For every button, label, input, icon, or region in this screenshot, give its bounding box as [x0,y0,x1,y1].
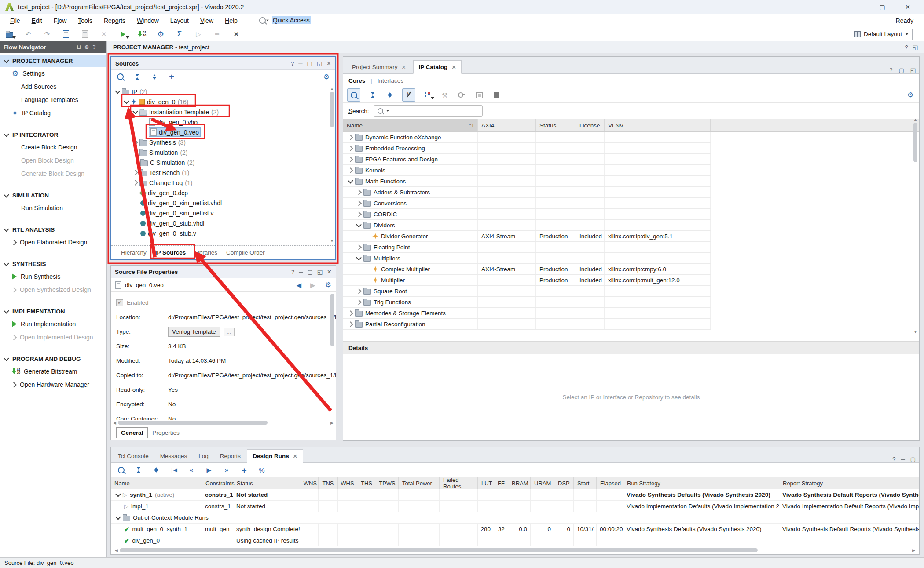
type-combo[interactable]: Verilog Template [168,327,220,337]
sidebar-section-header[interactable]: SIMULATION [0,189,106,201]
sidebar-item-open-implemented-design[interactable]: Open Implemented Design [0,331,106,344]
gear-icon[interactable]: ⚙ [325,281,331,288]
ip-row-floating-point[interactable]: Floating Point [343,242,919,253]
search-button[interactable] [115,72,125,82]
next-run-button[interactable]: » [222,465,231,475]
search-button[interactable] [347,88,360,102]
close-icon[interactable]: ✕ [327,269,332,275]
float-icon[interactable]: ◱ [913,44,918,51]
column-header-license[interactable]: License [576,119,605,131]
scrollbar-vertical[interactable] [330,293,335,419]
close-icon[interactable]: ✕ [451,64,456,70]
column-header-ths[interactable]: THS [357,477,376,489]
maximize-icon[interactable]: ▢ [898,67,904,73]
menu-tools[interactable]: Tools [72,15,98,26]
scroll-down-icon[interactable]: ▼ [913,329,918,335]
scroll-left-icon[interactable]: ◀ [114,547,119,553]
scroll-up-icon[interactable]: ▲ [913,117,918,122]
menu-view[interactable]: View [194,15,219,26]
tree-item-div-gen-0-sim-netlist-v[interactable]: div_gen_0_sim_netlist.v [111,208,335,218]
tab-compile-order[interactable]: Compile Order [222,248,269,258]
scroll-right-icon[interactable]: ▶ [911,547,917,553]
customize-button[interactable]: ⚒ [440,90,450,100]
sidebar-item-create-block-design[interactable]: Create Block Design [0,141,106,154]
tree-item-change-log[interactable]: Change Log(1) [111,178,335,188]
ip-row-cordic[interactable]: CORDIC [343,209,919,220]
help-icon[interactable]: ? [905,44,908,51]
sidebar-item-run-implementation[interactable]: Run Implementation [0,317,106,331]
column-header-lut[interactable]: LUT [478,477,494,489]
percent-button[interactable]: % [257,465,267,475]
open-project-button[interactable] [4,29,14,39]
column-header-name[interactable]: Name^1 [343,119,478,131]
scrollbar-horizontal[interactable]: ◀ ▶ [112,420,335,426]
run-row-mult-gen-0-synth-1[interactable]: ✔mult_gen_0_synth_1mult_gen_0synth_desig… [111,524,919,535]
minimize-icon[interactable]: ─ [298,60,302,67]
group-by-button[interactable] [423,90,433,100]
enabled-checkbox[interactable]: ✔ [116,299,123,306]
delete-button[interactable]: ✕ [99,29,109,39]
tab-hierarchy[interactable]: Hierarchy [117,248,151,258]
column-header-name[interactable]: Name [111,477,202,489]
float-icon[interactable]: ◱ [317,60,322,67]
column-header-tns[interactable]: TNS [319,477,338,489]
maximize-icon[interactable]: ▢ [308,269,313,275]
ip-search-input[interactable] [374,105,483,117]
sidebar-item-generate-block-design[interactable]: Generate Block Design [0,167,106,180]
scrollbar-vertical[interactable]: ▲ ▼ [913,117,918,335]
settings-button[interactable]: ⚙ [322,72,331,82]
float-icon[interactable]: ◱ [317,269,323,275]
ip-row-dividers[interactable]: Dividers [343,220,919,231]
scroll-up-icon[interactable]: ▲ [329,86,335,91]
menu-window[interactable]: Window [131,15,165,26]
column-header-total-power[interactable]: Total Power [399,477,440,489]
settings-button[interactable]: ⚙ [906,90,915,100]
ip-row-adders-subtracters[interactable]: Adders & Subtracters [343,187,919,198]
cancel-button[interactable]: ✕ [231,29,241,39]
ip-row-multipliers[interactable]: Multipliers [343,253,919,264]
help-icon[interactable]: ? [92,44,95,50]
run-row-out-of-context-module-runs[interactable]: Out-of-Context Module Runs [111,512,919,524]
tree-item-ip[interactable]: IP(2) [111,87,335,97]
back-icon[interactable]: ◀ [297,282,302,288]
minimize-icon[interactable]: ─ [99,44,103,50]
undo-button[interactable]: ↶ [23,29,33,39]
sidebar-section-header[interactable]: IP INTEGRATOR [0,128,106,141]
column-header-status[interactable]: Status [233,477,302,489]
tree-item-simulation[interactable]: Simulation(2) [111,147,335,157]
layout-select[interactable]: Default Layout [851,29,913,40]
settings-button[interactable]: ⚙ [156,29,165,39]
redo-button[interactable]: ↷ [42,29,52,39]
sidebar-section-header[interactable]: SYNTHESIS [0,258,106,270]
column-header-dsp[interactable]: DSP [554,477,574,489]
ip-row-memories-storage-elements[interactable]: Memories & Storage Elements [343,308,919,319]
run-row-synth-1[interactable]: ▷synth_1(active)constrs_1Not startedViva… [111,489,919,501]
scroll-right-icon[interactable]: ▶ [329,420,335,426]
help-icon[interactable]: ? [291,60,294,67]
column-header-run-strategy[interactable]: Run Strategy [623,477,779,489]
ip-row-partial-reconfiguration[interactable]: Partial Reconfiguration [343,319,919,330]
tab-ip-catalog[interactable]: IP Catalog✕ [413,60,462,74]
float-icon[interactable]: ◱ [910,67,916,73]
sidebar-item-settings[interactable]: ⚙Settings [0,67,106,80]
tab-ip-sources[interactable]: IP Sources [151,248,191,258]
maximize-icon[interactable]: ▢ [307,60,312,67]
forward-icon[interactable]: ▶ [310,282,315,288]
step-button[interactable]: ▷ [194,29,203,39]
maximize-window-button[interactable]: ▢ [869,0,895,14]
save-button[interactable] [61,29,71,39]
close-window-button[interactable]: ✕ [895,0,920,14]
license-button[interactable] [457,90,467,100]
column-header-vlnv[interactable]: VLNV [605,119,711,131]
sidebar-item-open-block-design[interactable]: Open Block Design [0,154,106,167]
tab-properties[interactable]: Properties [148,428,184,438]
run-row-impl-1[interactable]: ▷impl_1constrs_1Not startedVivado Implem… [111,501,919,512]
run-row-div-gen-0[interactable]: ✔div_gen_0Using cached IP results [111,535,919,546]
column-header-axi4[interactable]: AXI4 [478,119,536,131]
help-icon[interactable]: ? [892,456,895,462]
menu-edit[interactable]: Edit [26,15,48,26]
sidebar-section-header[interactable]: IMPLEMENTATION [0,305,106,317]
tab-log[interactable]: Log [193,450,214,462]
tab-project-summary[interactable]: Project Summary✕ [347,61,411,73]
column-header-bram[interactable]: BRAM [508,477,531,489]
